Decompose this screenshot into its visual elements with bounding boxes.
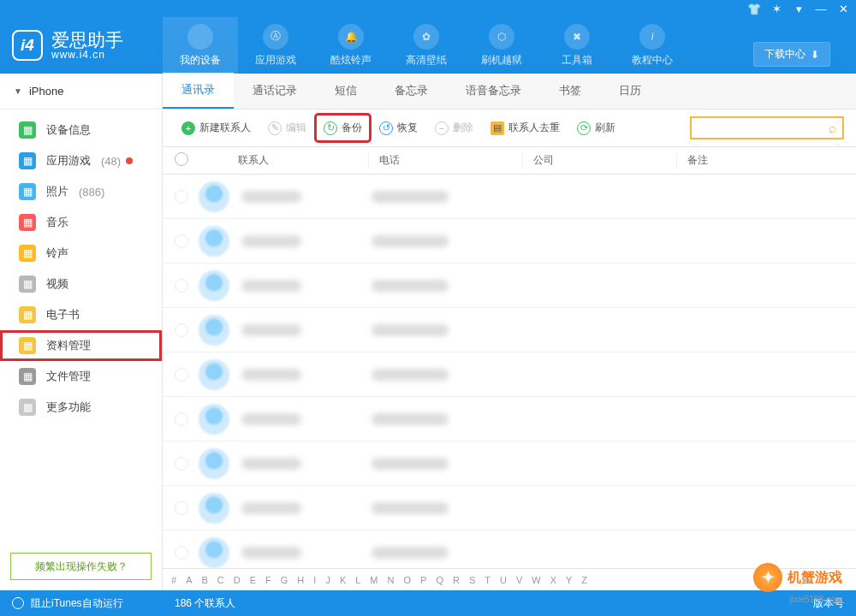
alpha-L[interactable]: L <box>355 575 360 585</box>
table-row[interactable] <box>163 486 856 530</box>
sidebar-item-9[interactable]: ▦更多功能 <box>0 392 162 423</box>
sidebar-item-5[interactable]: ▦视频 <box>0 269 162 299</box>
alpha-X[interactable]: X <box>550 575 556 585</box>
nav-my-device[interactable]: 我的设备 <box>163 17 238 74</box>
alpha-J[interactable]: J <box>325 575 330 585</box>
alpha-G[interactable]: G <box>281 575 288 585</box>
row-checkbox[interactable] <box>175 368 188 382</box>
alpha-K[interactable]: K <box>340 575 346 585</box>
search-icon[interactable]: ⌕ <box>829 121 837 136</box>
sidebar-item-7[interactable]: ▦资料管理 <box>0 330 162 361</box>
alpha-E[interactable]: E <box>250 575 256 585</box>
search-box[interactable]: ⌕ <box>690 116 844 139</box>
alpha-H[interactable]: H <box>297 575 304 585</box>
alpha-C[interactable]: C <box>217 575 224 585</box>
nav-jailbreak[interactable]: ⬡刷机越狱 <box>464 17 539 74</box>
itunes-toggle[interactable] <box>12 597 24 609</box>
close-icon[interactable]: ✕ <box>837 3 849 15</box>
row-checkbox[interactable] <box>175 546 188 560</box>
download-center-button[interactable]: 下载中心⬇ <box>753 42 830 67</box>
tshirt-icon[interactable]: 👕 <box>748 3 760 15</box>
row-checkbox[interactable] <box>175 457 188 471</box>
sidebar-icon: ▦ <box>19 121 36 139</box>
alpha-N[interactable]: N <box>388 575 395 585</box>
nav-toolbox[interactable]: ✖工具箱 <box>539 17 615 74</box>
help-button[interactable]: 频繁出现操作失败？ <box>10 553 152 580</box>
col-company[interactable]: 公司 <box>522 153 676 168</box>
row-checkbox[interactable] <box>175 190 188 204</box>
sidebar-item-0[interactable]: ▦设备信息 <box>0 115 162 145</box>
table-row[interactable] <box>163 175 856 219</box>
tab-4[interactable]: 语音备忘录 <box>447 73 540 109</box>
restore-button[interactable]: ↺恢复 <box>372 117 425 139</box>
alpha-Z[interactable]: Z <box>581 575 587 585</box>
nav-wallpapers[interactable]: ✿高清壁纸 <box>389 17 464 74</box>
refresh-button[interactable]: ⟳刷新 <box>570 117 622 139</box>
row-checkbox[interactable] <box>175 234 188 248</box>
nav-apps[interactable]: Ⓐ应用游戏 <box>238 17 313 74</box>
col-note[interactable]: 备注 <box>676 153 856 168</box>
alpha-S[interactable]: S <box>469 575 475 585</box>
dropdown-icon[interactable]: ▾ <box>793 3 805 15</box>
col-contact[interactable]: 联系人 <box>197 153 368 168</box>
sidebar-item-4[interactable]: ▦铃声 <box>0 238 162 269</box>
row-checkbox[interactable] <box>175 501 188 515</box>
nav-tutorials[interactable]: i教程中心 <box>615 17 690 74</box>
alpha-I[interactable]: I <box>313 575 316 585</box>
tab-1[interactable]: 通话记录 <box>234 73 316 109</box>
table-row[interactable] <box>163 397 856 441</box>
backup-button[interactable]: ↻备份 <box>317 116 369 140</box>
row-checkbox[interactable] <box>175 412 188 426</box>
row-checkbox[interactable] <box>175 279 188 293</box>
sidebar-item-6[interactable]: ▦电子书 <box>0 299 162 330</box>
sidebar-item-1[interactable]: ▦应用游戏 (48) <box>0 145 162 176</box>
tab-0[interactable]: 通讯录 <box>163 73 234 109</box>
alpha-P[interactable]: P <box>420 575 426 585</box>
delete-button[interactable]: −删除 <box>428 117 480 139</box>
alpha-T[interactable]: T <box>484 575 490 585</box>
table-row[interactable] <box>163 264 856 308</box>
table-row[interactable] <box>163 219 856 264</box>
sidebar-item-2[interactable]: ▦照片 (886) <box>0 176 162 207</box>
main-panel: 通讯录通话记录短信备忘录语音备忘录书签日历 +新建联系人 ✎编辑 ↻备份 ↺恢复… <box>163 74 856 590</box>
alpha-B[interactable]: B <box>201 575 207 585</box>
gear-icon[interactable]: ✶ <box>770 3 782 15</box>
alpha-D[interactable]: D <box>234 575 241 585</box>
alpha-O[interactable]: O <box>403 575 411 585</box>
row-checkbox[interactable] <box>175 323 188 337</box>
data-tabs: 通讯录通话记录短信备忘录语音备忘录书签日历 <box>163 74 856 110</box>
alpha-U[interactable]: U <box>500 575 507 585</box>
refresh-icon: ⟳ <box>577 121 591 135</box>
alpha-Y[interactable]: Y <box>566 575 572 585</box>
nav-ringtones[interactable]: 🔔酷炫铃声 <box>313 17 389 74</box>
minimize-icon[interactable]: — <box>815 3 827 15</box>
tab-5[interactable]: 书签 <box>540 73 600 109</box>
sidebar-item-8[interactable]: ▦文件管理 <box>0 361 162 392</box>
alpha-W[interactable]: W <box>532 575 540 585</box>
contact-name <box>241 502 301 514</box>
search-input[interactable] <box>697 122 829 134</box>
alpha-V[interactable]: V <box>516 575 522 585</box>
alpha-#[interactable]: # <box>171 575 176 585</box>
col-phone[interactable]: 电话 <box>368 153 522 168</box>
sidebar-item-3[interactable]: ▦音乐 <box>0 207 162 238</box>
edit-button[interactable]: ✎编辑 <box>261 117 313 139</box>
tab-2[interactable]: 短信 <box>316 73 376 109</box>
alpha-M[interactable]: M <box>370 575 377 585</box>
device-selector[interactable]: ▼ iPhone <box>0 74 162 110</box>
new-contact-button[interactable]: +新建联系人 <box>175 117 258 139</box>
dedupe-button[interactable]: ▤联系人去重 <box>484 117 567 139</box>
select-all-checkbox[interactable] <box>175 152 188 166</box>
contact-name <box>241 369 301 381</box>
table-row[interactable] <box>163 308 856 352</box>
alpha-Q[interactable]: Q <box>436 575 443 585</box>
table-row[interactable] <box>163 352 856 397</box>
tab-3[interactable]: 备忘录 <box>376 73 447 109</box>
tab-6[interactable]: 日历 <box>600 73 660 109</box>
table-row[interactable] <box>163 441 856 486</box>
table-row[interactable] <box>163 530 856 568</box>
alpha-R[interactable]: R <box>453 575 460 585</box>
alpha-F[interactable]: F <box>265 575 271 585</box>
avatar <box>199 404 229 435</box>
alpha-A[interactable]: A <box>186 575 192 585</box>
